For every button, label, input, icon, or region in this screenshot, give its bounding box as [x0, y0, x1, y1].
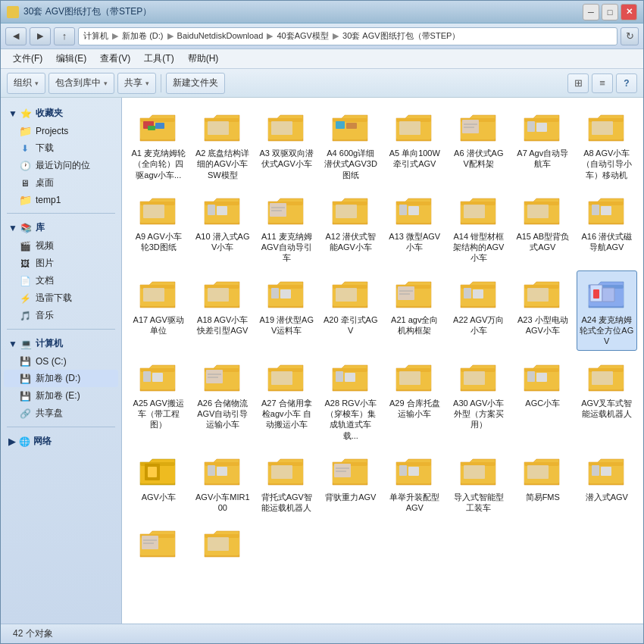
sidebar-item-temp1[interactable]: temp1	[4, 192, 118, 208]
file-item[interactable]: A22 AGV万向小车	[449, 270, 510, 351]
sidebar-item-downloads[interactable]: 下载	[4, 139, 118, 157]
sidebar-item-shared-label: 共享盘	[36, 407, 63, 420]
maximize-button[interactable]: □	[602, 4, 618, 20]
share-button[interactable]: 共享 ▾	[117, 73, 156, 94]
grid-view-button[interactable]: ⊞	[567, 73, 589, 93]
sidebar-item-video[interactable]: 视频	[4, 237, 118, 255]
file-item[interactable]: A6 潜伏式AGV配料架	[449, 104, 510, 184]
menu-edit[interactable]: 编辑(E)	[50, 51, 92, 67]
svg-rect-187	[601, 467, 611, 476]
file-item[interactable]: AGV小车	[128, 448, 189, 517]
file-label: 简易FMS	[526, 492, 560, 502]
file-label: A15 AB型背负式AGV	[515, 231, 570, 253]
file-item[interactable]: A8 AGV小车（自动引导小车）移动机	[577, 104, 638, 184]
minimize-button[interactable]: ─	[583, 4, 599, 20]
file-item[interactable]: A10 潜入式AGV小车	[192, 187, 254, 267]
file-item[interactable]: A18 AGV小车快差引型AGV	[192, 270, 254, 351]
svg-rect-101	[464, 288, 471, 299]
file-item[interactable]: A21 agv全向机构框架	[384, 270, 445, 351]
folder-icon	[265, 191, 308, 229]
file-item[interactable]: 简易FMS	[512, 448, 574, 517]
file-item[interactable]: 背托式AGV智能运载机器人	[256, 448, 317, 517]
window-icon	[7, 6, 19, 18]
new-folder-button[interactable]: 新建文件夹	[166, 73, 225, 94]
computer-section[interactable]: ▼ 计算机	[4, 334, 118, 353]
menu-view[interactable]: 查看(V)	[94, 51, 136, 67]
include-button[interactable]: 包含到库中 ▾	[48, 73, 114, 94]
file-item[interactable]: A15 AB型背负式AGV	[512, 187, 574, 267]
sidebar-item-desktop[interactable]: 桌面	[4, 174, 118, 192]
breadcrumb[interactable]: 计算机 ▶ 新加卷 (D:) ▶ BaiduNetdiskDownload ▶ …	[78, 27, 617, 45]
file-item[interactable]: A4 600g详细潜伏式AGV3D图纸	[320, 104, 382, 184]
sidebar-item-d-drive[interactable]: 新加卷 (D:)	[4, 370, 118, 387]
close-button[interactable]: ✕	[621, 4, 637, 20]
file-item[interactable]	[192, 520, 254, 588]
file-item[interactable]: A1 麦克纳姆轮（全向轮）四驱agv小车...	[128, 104, 189, 184]
file-item[interactable]: A16 潜伏式磁导航AGV	[577, 187, 638, 267]
file-item[interactable]: AGC小车	[512, 354, 574, 445]
svg-rect-5	[148, 126, 155, 130]
refresh-button[interactable]: ↻	[621, 27, 639, 45]
list-view-button[interactable]: ≡	[592, 73, 613, 93]
file-item[interactable]	[128, 520, 189, 588]
folder-icon	[458, 452, 500, 489]
svg-rect-174	[408, 467, 419, 476]
menu-file[interactable]: 文件(F)	[7, 51, 48, 67]
file-item[interactable]: A14 钳型材框架结构的AGV小车	[449, 187, 510, 267]
help-view-button[interactable]: ?	[616, 73, 637, 93]
sidebar-item-shared[interactable]: 共享盘	[4, 405, 118, 422]
forward-button[interactable]: ▶	[30, 27, 51, 45]
svg-rect-50	[270, 203, 286, 217]
organize-button[interactable]: 组织 ▾	[7, 73, 45, 94]
file-item[interactable]: A9 AGV小车轮3D图纸	[128, 187, 189, 267]
folder-icon	[458, 108, 500, 145]
favorites-label: 收藏夹	[36, 107, 63, 120]
file-item[interactable]: 背驮重力AGV	[320, 448, 382, 517]
svg-rect-102	[473, 289, 483, 299]
file-item[interactable]: AGV小车MIR100	[192, 448, 254, 517]
file-item[interactable]: A2 底盘结构详细的AGV小车SW模型	[192, 104, 254, 184]
menu-help[interactable]: 帮助(H)	[182, 51, 225, 67]
file-item[interactable]: A3 双驱双向潜伏式AGV小车	[256, 104, 317, 184]
sidebar-item-c-drive[interactable]: OS (C:)	[4, 353, 118, 370]
sidebar-item-projects[interactable]: Projects	[4, 123, 118, 139]
favorites-section[interactable]: ▼ 收藏夹	[4, 104, 118, 123]
file-grid-container[interactable]: A1 麦克纳姆轮（全向轮）四驱agv小车... A2 底盘结构详细的AGV小车S…	[122, 98, 643, 624]
file-item[interactable]: A25 AGV搬运车（带工程图）	[128, 354, 189, 445]
sidebar-item-desktop-label: 桌面	[36, 177, 54, 189]
sidebar-item-xunlei[interactable]: 迅雷下载	[4, 289, 118, 307]
file-item[interactable]: A13 微型AGV小车	[384, 187, 445, 267]
file-item[interactable]: AGV叉车式智能运载机器人	[577, 354, 638, 445]
network-section[interactable]: ▶ 网络	[4, 432, 118, 451]
file-item[interactable]: A30 AGV小车外型（方案买用）	[449, 354, 510, 445]
menu-tools[interactable]: 工具(T)	[138, 51, 180, 67]
file-label: A24 麦克纳姆轮式全方位AGV	[580, 314, 634, 347]
sidebar-item-e-drive[interactable]: 新加卷 (E:)	[4, 387, 118, 405]
file-item[interactable]: A17 AGV驱动单位	[128, 270, 189, 351]
file-item[interactable]: A27 合储用拿检agv小车 自动搬运小车	[256, 354, 317, 445]
file-item[interactable]: A12 潜伏式智能AGV小车	[320, 187, 382, 267]
file-item[interactable]: A24 麦克纳姆轮式全方位AGV	[577, 270, 638, 351]
sidebar-item-docs[interactable]: 文档	[4, 272, 118, 289]
file-item[interactable]: A20 牵引式AGV	[320, 270, 382, 351]
back-button[interactable]: ◀	[5, 27, 27, 45]
up-button[interactable]: ↑	[54, 27, 75, 45]
sidebar-item-images[interactable]: 图片	[4, 255, 118, 272]
sidebar-item-music[interactable]: 音乐	[4, 307, 118, 324]
file-item[interactable]: A26 合储物流AGV自动引导运输小车	[192, 354, 254, 445]
svg-rect-74	[601, 206, 611, 215]
file-item[interactable]: A23 小型电动AGV小车	[512, 270, 574, 351]
sidebar-item-recent[interactable]: 最近访问的位	[4, 157, 118, 174]
file-item[interactable]: A7 Agv自动导航车	[512, 104, 574, 184]
file-label: A6 潜伏式AGV配料架	[452, 148, 506, 170]
file-item[interactable]: 潜入式AGV	[577, 448, 638, 517]
file-item[interactable]: 单举升装配型AGV	[384, 448, 445, 517]
file-item[interactable]: 导入式智能型工装车	[449, 448, 510, 517]
svg-rect-197	[208, 537, 229, 551]
file-item[interactable]: A29 合库托盘运输小车	[384, 354, 445, 445]
file-item[interactable]: A11 麦克纳姆AGV自动导引车	[256, 187, 317, 267]
file-item[interactable]: A19 潜伏型AGV运料车	[256, 270, 317, 351]
file-item[interactable]: A28 RGV小车（穿梭车）集成轨道式车载...	[320, 354, 382, 445]
library-section[interactable]: ▼ 库	[4, 218, 118, 237]
file-item[interactable]: A5 单向100W牵引式AGV	[384, 104, 445, 184]
